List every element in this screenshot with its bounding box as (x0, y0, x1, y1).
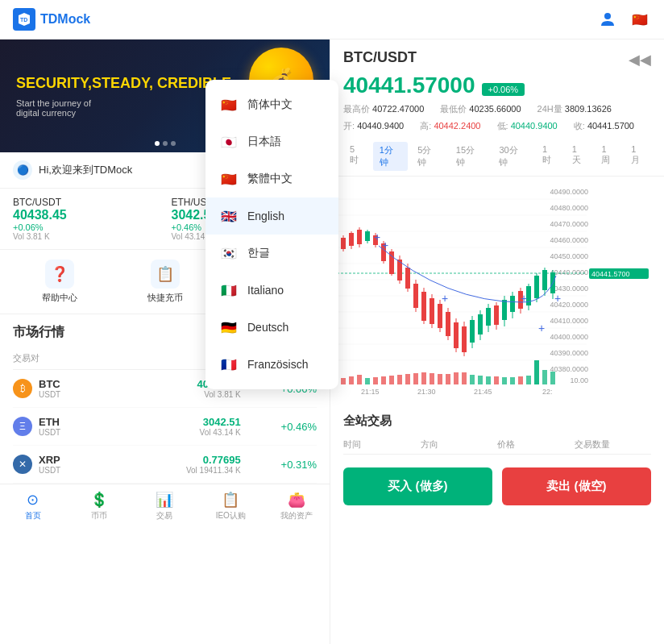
lang-item-tw[interactable]: 🇨🇳 繁體中文 (205, 160, 338, 197)
svg-rect-101 (446, 374, 450, 384)
welcome-text: Hi,欢迎来到TDMock (39, 163, 132, 177)
high-oval: 40442.2400 (434, 121, 480, 131)
nav-ieo-label: IEO认购 (216, 510, 246, 521)
svg-rect-45 (405, 268, 410, 289)
nav-home[interactable]: ⊙ 首页 (0, 491, 66, 521)
svg-text:+: + (374, 231, 380, 243)
welcome-icon: 🔵 (13, 160, 32, 180)
tab-1h[interactable]: 1时 (536, 142, 562, 171)
btc-base: USDT (39, 390, 127, 399)
lang-item-ko[interactable]: 🇰🇷 한글 (205, 235, 338, 272)
high-label: 最高价 (343, 104, 370, 114)
xrp-name: XRP (39, 454, 127, 466)
dot-2 (163, 141, 168, 146)
logo: TD TDMock (13, 8, 90, 31)
svg-rect-114 (550, 372, 555, 384)
cn-flag[interactable]: 🇨🇳 (629, 8, 651, 31)
svg-text:40470.0000: 40470.0000 (550, 220, 588, 228)
de-flag-icon: 🇩🇪 (218, 317, 239, 338)
bottom-nav: ⊙ 首页 💲 币币 📊 交易 📋 IEO认购 👛 我的资产 (0, 484, 330, 528)
svg-rect-63 (478, 314, 483, 334)
nav-coin-label: 币币 (91, 510, 107, 521)
lang-label-ko: 한글 (247, 246, 270, 260)
eth-price: 3042.51 (127, 416, 240, 428)
svg-text:40390.0000: 40390.0000 (550, 349, 588, 357)
trade-header-time: 时间 (343, 438, 421, 451)
tw-flag-icon: 🇨🇳 (218, 168, 239, 189)
price-change-badge: +0.06% (482, 83, 525, 96)
xrp-price: 0.77695 (127, 454, 240, 466)
eth-change: +0.46% (241, 421, 317, 433)
chart-stats: 最高价 40722.47000 最低价 40235.66000 24H量 380… (343, 103, 651, 115)
home-icon: ⊙ (27, 491, 39, 509)
quick-recharge[interactable]: 📋 快捷充币 (112, 260, 218, 304)
tab-15min[interactable]: 15分钟 (450, 142, 490, 171)
svg-rect-91 (365, 378, 370, 384)
right-panel: BTC/USDT ◀◀ 40441.57000 +0.06% 最高价 40722… (330, 39, 664, 644)
ohlc-high: 高: 40442.2400 (420, 120, 480, 132)
quick-help[interactable]: ❓ 帮助中心 (6, 260, 112, 304)
svg-rect-69 (502, 300, 507, 320)
lang-item-de[interactable]: 🇩🇪 Deutsch (205, 309, 338, 346)
btc-vol: Vol 3.81 K (127, 390, 240, 399)
nav-coin[interactable]: 💲 币币 (66, 491, 132, 521)
nav-ieo[interactable]: 📋 IEO认购 (197, 491, 264, 521)
eth-info: ETH USDT (39, 416, 127, 437)
svg-rect-47 (413, 284, 418, 308)
nav-trade[interactable]: 📊 交易 (132, 491, 198, 521)
svg-text:10.00: 10.00 (570, 376, 588, 384)
lang-item-zh[interactable]: 🇨🇳 简体中文 (205, 86, 338, 123)
lang-item-ja[interactable]: 🇯🇵 日本語 (205, 123, 338, 160)
xrp-info: XRP USDT (39, 454, 127, 475)
svg-text:21:15: 21:15 (361, 388, 380, 396)
svg-text:40490.0000: 40490.0000 (550, 188, 588, 196)
lang-label-fr: Französisch (247, 358, 308, 371)
fr-flag-icon: 🇫🇷 (218, 354, 239, 375)
svg-rect-100 (438, 374, 442, 384)
lang-label-en: English (247, 210, 284, 222)
lang-label-ja: 日本語 (247, 135, 281, 149)
tab-5min[interactable]: 5时 (343, 142, 370, 171)
open-label: 开 (343, 121, 352, 131)
svg-rect-111 (526, 376, 531, 384)
quick-recharge-label: 快捷充币 (147, 292, 183, 304)
lang-item-en[interactable]: 🇬🇧 English (205, 197, 338, 235)
tab-1min[interactable]: 1分钟 (373, 142, 409, 171)
ticker-btc-change: +0.06% (13, 222, 159, 232)
svg-text:TD: TD (20, 17, 27, 23)
tab-30min[interactable]: 30分钟 (492, 142, 533, 171)
lang-label-it: Italiano (247, 284, 284, 297)
close-val: 40441.5700 (587, 121, 634, 131)
lang-label-tw: 繁體中文 (247, 172, 293, 186)
help-icon: ❓ (45, 260, 74, 289)
ohlc-row: 开: 40440.9400 高: 40442.2400 低: 40440.940… (330, 115, 664, 137)
lang-item-fr[interactable]: 🇫🇷 Französisch (205, 346, 338, 383)
ja-flag-icon: 🇯🇵 (218, 131, 239, 152)
lang-item-it[interactable]: 🇮🇹 Italiano (205, 272, 338, 309)
chart-area: 40490.0000 40480.0000 40470.0000 40460.0… (330, 177, 664, 404)
btc-info: BTC USDT (39, 378, 127, 399)
tab-1m[interactable]: 1月 (625, 142, 651, 171)
market-row-eth[interactable]: Ξ ETH USDT 3042.51 Vol 43.14 K +0.46% (13, 408, 317, 446)
sell-button[interactable]: 卖出 (做空) (502, 467, 651, 505)
svg-rect-110 (518, 376, 523, 384)
candlestick-chart: 40490.0000 40480.0000 40470.0000 40460.0… (337, 183, 651, 401)
back-button[interactable]: ◀◀ (629, 51, 651, 69)
tab-5mins[interactable]: 5分钟 (411, 142, 446, 171)
xrp-price-col: 0.77695 Vol 19411.34 K (127, 454, 240, 475)
buy-button[interactable]: 买入 (做多) (343, 467, 492, 505)
svg-rect-112 (534, 360, 539, 384)
stat-vol: 24H量 3809.13626 (537, 103, 612, 115)
svg-rect-59 (462, 326, 467, 352)
xrp-change: +0.31% (241, 459, 317, 471)
market-row-xrp[interactable]: ✕ XRP USDT 0.77695 Vol 19411.34 K +0.31% (13, 446, 317, 484)
ohlc-open: 开: 40440.9400 (343, 120, 404, 132)
tab-1w[interactable]: 1周 (595, 142, 621, 171)
user-icon[interactable] (596, 8, 619, 31)
tab-1d[interactable]: 1天 (566, 142, 592, 171)
nav-assets[interactable]: 👛 我的资产 (264, 491, 330, 521)
svg-rect-102 (454, 372, 459, 384)
ticker-btc[interactable]: BTC/USDT 40438.45 +0.06% Vol 3.81 K (13, 197, 159, 241)
svg-rect-57 (454, 322, 459, 348)
xrp-icon: ✕ (13, 455, 32, 474)
